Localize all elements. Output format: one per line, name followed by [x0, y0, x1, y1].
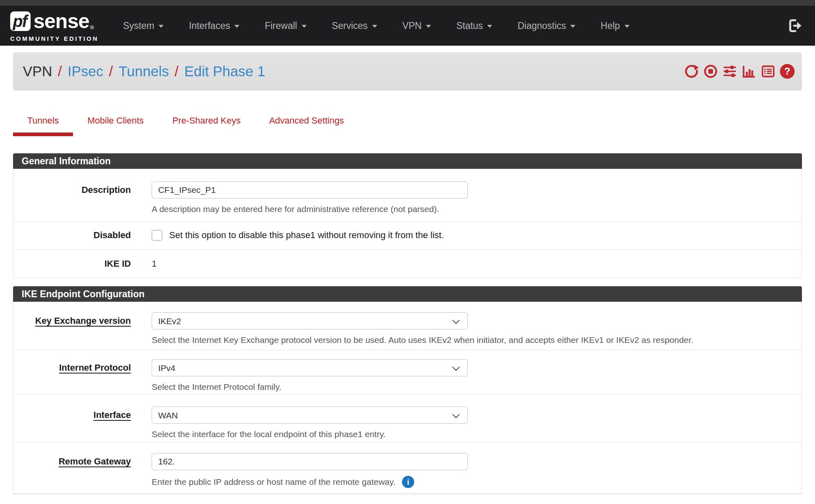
nav-item-label: Status [456, 20, 483, 31]
nav-item-firewall[interactable]: Firewall [265, 20, 306, 31]
top-strip [0, 0, 815, 6]
interface-help: Select the interface for the local endpo… [152, 429, 802, 439]
help-icon[interactable]: ? [780, 64, 795, 79]
remote-gateway-label[interactable]: Remote Gateway [13, 453, 131, 488]
caret-down-icon [426, 25, 431, 28]
nav-item-vpn[interactable]: VPN [402, 20, 431, 31]
breadcrumb-separator: / [58, 63, 62, 80]
breadcrumb-link-edit-phase-1[interactable]: Edit Phase 1 [184, 63, 265, 80]
remote-gateway-help: Enter the public IP address or host name… [152, 477, 395, 487]
nav-item-diagnostics[interactable]: Diagnostics [517, 20, 575, 31]
internet-protocol-row: Internet Protocol IPv4 Select the Intern… [13, 350, 802, 394]
key-exchange-help: Select the Internet Key Exchange protoco… [152, 335, 802, 345]
nav-item-label: Services [332, 20, 368, 31]
ike-id-value: 1 [152, 259, 802, 269]
nav-item-label: System [123, 20, 155, 31]
logo-pf-text: pf [13, 12, 28, 31]
navbar: pf sense ® COMMUNITY EDITION System Inte… [0, 6, 815, 46]
bar-chart-icon[interactable] [742, 64, 756, 79]
help-glyph: ? [784, 66, 791, 77]
key-exchange-label[interactable]: Key Exchange version [13, 312, 131, 345]
nav-item-label: Interfaces [189, 20, 230, 31]
caret-down-icon [302, 25, 307, 28]
description-row: Description A description may be entered… [13, 169, 802, 222]
caret-down-icon [487, 25, 492, 28]
disabled-checkbox[interactable] [152, 230, 162, 241]
nav-item-services[interactable]: Services [332, 20, 377, 31]
pfsense-logo[interactable]: pf sense ® COMMUNITY EDITION [10, 9, 99, 42]
info-icon[interactable]: i [402, 476, 414, 488]
pf-logo-box: pf [10, 11, 31, 31]
internet-protocol-help: Select the Internet Protocol family. [152, 382, 802, 392]
breadcrumb-link-tunnels[interactable]: Tunnels [119, 63, 169, 80]
caret-down-icon [625, 25, 629, 28]
disabled-label: Disabled [13, 230, 131, 241]
caret-down-icon [570, 25, 575, 28]
nav-menu: System Interfaces Firewall Services VPN … [123, 20, 629, 31]
disabled-row: Disabled Set this option to disable this… [13, 222, 802, 250]
logo-brand-text: sense [33, 9, 89, 33]
description-input[interactable] [152, 181, 468, 199]
nav-item-system[interactable]: System [123, 20, 164, 31]
info-glyph: i [407, 477, 409, 487]
sign-out-icon [787, 18, 803, 33]
sliders-icon[interactable] [722, 64, 737, 79]
nav-item-label: Firewall [265, 20, 297, 31]
ike-endpoint-section: IKE Endpoint Configuration Key Exchange … [13, 286, 802, 494]
nav-item-label: Help [601, 20, 620, 31]
general-information-section: General Information Description A descri… [13, 153, 802, 278]
interface-select[interactable]: WAN [152, 407, 468, 424]
page-action-icons: ? [684, 64, 795, 79]
disabled-checkbox-label: Set this option to disable this phase1 w… [169, 230, 444, 241]
breadcrumb-root: VPN [23, 63, 52, 80]
refresh-icon[interactable] [684, 64, 699, 79]
section-title: IKE Endpoint Configuration [13, 286, 802, 302]
interface-row: Interface WAN Select the interface for t… [13, 394, 802, 442]
breadcrumb: VPN / IPsec / Tunnels / Edit Phase 1 [23, 63, 265, 80]
nav-item-help[interactable]: Help [601, 20, 629, 31]
logo-edition-text: COMMUNITY EDITION [10, 35, 99, 42]
tab-bar: Tunnels Mobile Clients Pre-Shared Keys A… [13, 110, 802, 136]
ike-id-row: IKE ID 1 [13, 250, 802, 278]
tab-pre-shared-keys[interactable]: Pre-Shared Keys [158, 110, 255, 136]
breadcrumb-separator: / [109, 63, 113, 80]
caret-down-icon [234, 25, 239, 28]
internet-protocol-select[interactable]: IPv4 [152, 359, 468, 376]
tab-mobile-clients[interactable]: Mobile Clients [73, 110, 158, 136]
nav-item-label: VPN [402, 20, 422, 31]
section-title: General Information [13, 153, 802, 169]
ike-id-label: IKE ID [13, 259, 131, 269]
tab-tunnels[interactable]: Tunnels [13, 110, 73, 136]
nav-item-status[interactable]: Status [456, 20, 492, 31]
tab-advanced-settings[interactable]: Advanced Settings [255, 110, 358, 136]
nav-item-interfaces[interactable]: Interfaces [189, 20, 239, 31]
breadcrumb-separator: / [174, 63, 179, 80]
description-help: A description may be entered here for ad… [152, 204, 802, 214]
interface-label[interactable]: Interface [13, 407, 131, 439]
caret-down-icon [159, 25, 163, 28]
remote-gateway-row: Remote Gateway Enter the public IP addre… [13, 442, 802, 494]
description-label: Description [13, 181, 131, 214]
internet-protocol-label[interactable]: Internet Protocol [13, 359, 131, 392]
remote-gateway-input[interactable] [152, 453, 468, 470]
key-exchange-row: Key Exchange version IKEv2 Select the In… [13, 302, 802, 350]
key-exchange-select[interactable]: IKEv2 [152, 312, 468, 329]
breadcrumb-link-ipsec[interactable]: IPsec [68, 63, 104, 80]
stop-icon[interactable] [703, 64, 718, 79]
nav-item-label: Diagnostics [517, 20, 566, 31]
sign-out-button[interactable] [787, 18, 803, 33]
registered-mark: ® [90, 24, 94, 31]
caret-down-icon [372, 25, 377, 28]
list-icon[interactable] [761, 64, 775, 79]
breadcrumb-bar: VPN / IPsec / Tunnels / Edit Phase 1 [13, 52, 802, 91]
